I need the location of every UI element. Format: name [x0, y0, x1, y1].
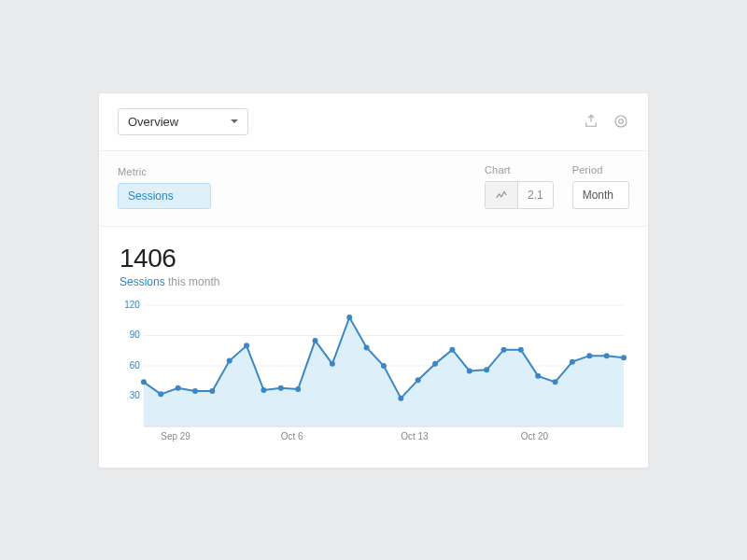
filter-bar: Metric Sessions Chart 2.1 Period Month [99, 151, 648, 227]
svg-point-18 [278, 385, 284, 390]
sessions-chart: 306090120Sep 29Oct 6Oct 13Oct 20 [120, 292, 627, 451]
metric-selector-value: Sessions [128, 189, 174, 203]
period-selector-value: Month [583, 189, 613, 202]
svg-point-24 [381, 363, 387, 369]
period-filter: Period Month [572, 164, 629, 209]
chart-filter: Chart 2.1 [485, 164, 554, 209]
period-label: Period [572, 164, 629, 175]
view-selector[interactable]: Overview [118, 108, 248, 135]
svg-text:Sep 29: Sep 29 [161, 430, 190, 441]
chart-type-value[interactable]: 2.1 [518, 182, 553, 208]
chart-container: 306090120Sep 29Oct 6Oct 13Oct 20 [99, 292, 648, 468]
svg-point-20 [313, 337, 318, 343]
svg-point-37 [604, 353, 610, 358]
svg-point-14 [209, 388, 215, 394]
header-actions [583, 113, 629, 130]
chevron-down-icon [231, 119, 238, 123]
svg-point-17 [261, 387, 266, 393]
svg-point-15 [227, 357, 233, 363]
svg-point-12 [176, 385, 181, 390]
svg-point-29 [467, 368, 472, 373]
svg-point-23 [364, 344, 370, 350]
svg-point-26 [416, 377, 421, 383]
svg-point-21 [330, 360, 335, 366]
summary-suffix: this month [165, 275, 220, 288]
summary: 1406 Sessions this month [99, 227, 648, 292]
export-icon [583, 113, 599, 130]
svg-point-33 [535, 372, 541, 378]
svg-text:60: 60 [130, 359, 141, 370]
line-chart-icon [495, 189, 508, 202]
metric-label: Metric [118, 166, 211, 177]
svg-point-28 [449, 346, 455, 352]
svg-point-0 [615, 116, 627, 127]
svg-point-36 [586, 353, 592, 358]
metric-selector[interactable]: Sessions [118, 183, 211, 209]
chart-label: Chart [485, 164, 554, 175]
circle-icon [613, 113, 629, 130]
svg-text:30: 30 [130, 390, 141, 400]
svg-point-1 [619, 119, 624, 124]
period-selector[interactable]: Month [572, 181, 629, 209]
metric-filter: Metric Sessions [118, 166, 211, 209]
svg-text:120: 120 [124, 299, 140, 309]
svg-point-32 [518, 346, 524, 352]
svg-point-10 [141, 379, 147, 385]
svg-text:Oct 6: Oct 6 [281, 430, 303, 441]
card-header: Overview [99, 93, 648, 151]
svg-text:90: 90 [130, 329, 141, 340]
svg-point-16 [244, 343, 249, 348]
svg-point-11 [158, 391, 163, 397]
svg-text:Oct 20: Oct 20 [521, 430, 549, 441]
summary-metric: Sessions [120, 275, 165, 288]
svg-point-38 [621, 355, 627, 360]
svg-point-34 [553, 379, 558, 385]
chart-type-line[interactable] [486, 182, 518, 208]
record-button[interactable] [613, 113, 629, 130]
analytics-card: Overview Metric Sessions Chart [98, 92, 649, 469]
svg-point-25 [398, 395, 403, 400]
summary-value: 1406 [120, 244, 627, 273]
view-selector-label: Overview [128, 115, 178, 129]
summary-subtitle: Sessions this month [120, 275, 627, 288]
svg-point-31 [500, 346, 506, 352]
right-filters: Chart 2.1 Period Month [485, 164, 629, 209]
chart-type-selector[interactable]: 2.1 [485, 181, 554, 209]
svg-point-30 [484, 367, 489, 372]
svg-point-19 [295, 385, 301, 391]
export-button[interactable] [583, 113, 599, 130]
svg-point-22 [346, 315, 352, 320]
svg-point-27 [432, 360, 438, 366]
svg-point-13 [192, 388, 198, 394]
svg-text:Oct 13: Oct 13 [401, 430, 429, 441]
svg-point-35 [570, 358, 575, 364]
